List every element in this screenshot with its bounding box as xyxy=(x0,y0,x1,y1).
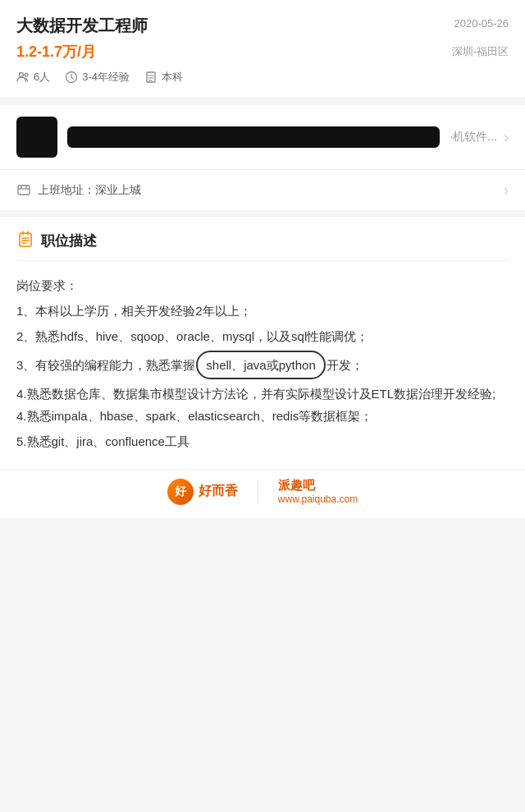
watermark-brand: 好 好而香 xyxy=(167,479,238,505)
company-name-redacted xyxy=(67,126,440,148)
svg-point-1 xyxy=(25,73,28,76)
brand-name: 好而香 xyxy=(199,483,238,500)
desc-item-4: 4.熟悉数据仓库、数据集市模型设计方法论，并有实际模型设计及ETL数据治理开发经… xyxy=(16,383,509,427)
site-url: www.paiquba.com xyxy=(278,493,358,505)
site-name: 派趣吧 xyxy=(278,478,358,493)
document-icon xyxy=(144,71,158,84)
watermark-divider xyxy=(258,480,258,503)
company-content: ·机软件... xyxy=(16,117,497,158)
desc-item-2: 2、熟悉hdfs、hive、sqoop、oracle、mysql，以及sql性能… xyxy=(16,325,509,347)
job-date: 2020-05-26 xyxy=(454,17,509,30)
company-logo xyxy=(16,117,57,158)
clipboard-icon xyxy=(16,230,34,252)
headcount-label: 6人 xyxy=(34,70,50,85)
desc-intro: 岗位要求： xyxy=(16,274,509,296)
desc-item-1: 1、本科以上学历，相关开发经验2年以上； xyxy=(16,300,509,322)
map-icon xyxy=(16,183,31,198)
divider-1 xyxy=(0,99,525,105)
desc-item-3: 3、有较强的编程能力，熟悉掌握shell、java或python开发； xyxy=(16,351,509,379)
education-label: 本科 xyxy=(162,70,183,85)
svg-rect-4 xyxy=(18,186,30,195)
address-label: 上班地址：深业上城 xyxy=(38,183,141,198)
svg-point-0 xyxy=(20,73,24,77)
experience-label: 3-4年经验 xyxy=(82,70,130,85)
desc-header: 职位描述 xyxy=(16,230,509,261)
headcount-tag: 6人 xyxy=(16,70,50,85)
company-suffix: ·机软件... xyxy=(450,130,497,145)
desc-title: 职位描述 xyxy=(41,232,97,250)
address-section[interactable]: 上班地址：深业上城 › xyxy=(0,170,525,210)
watermark-bar: 好 好而香 派趣吧 www.paiquba.com xyxy=(0,469,525,518)
brand-logo-text: 好 xyxy=(175,484,186,499)
desc-item-5: 5.熟悉git、jira、confluence工具 xyxy=(16,430,509,452)
people-icon xyxy=(16,71,30,84)
job-header-section: 大数据开发工程师 2020-05-26 1.2-1.7万/月 深圳-福田区 6人 xyxy=(0,0,525,99)
location: 深圳-福田区 xyxy=(452,44,509,59)
salary: 1.2-1.7万/月 xyxy=(16,42,96,62)
svg-rect-5 xyxy=(20,233,31,246)
watermark-site: 派趣吧 www.paiquba.com xyxy=(278,478,358,505)
job-title: 大数据开发工程师 xyxy=(16,15,148,37)
address-content: 上班地址：深业上城 xyxy=(16,183,141,198)
desc-body: 岗位要求： 1、本科以上学历，相关开发经验2年以上； 2、熟悉hdfs、hive… xyxy=(16,274,509,452)
description-section: 职位描述 岗位要求： 1、本科以上学历，相关开发经验2年以上； 2、熟悉hdfs… xyxy=(0,217,525,469)
education-tag: 本科 xyxy=(144,70,183,85)
clock-icon xyxy=(65,71,78,84)
company-chevron-icon[interactable]: › xyxy=(504,129,509,146)
company-section[interactable]: ·机软件... › xyxy=(0,105,525,170)
brand-logo-icon: 好 xyxy=(167,479,194,505)
experience-tag: 3-4年经验 xyxy=(65,70,130,85)
divider-2 xyxy=(0,210,525,217)
address-chevron-icon[interactable]: › xyxy=(504,181,509,199)
